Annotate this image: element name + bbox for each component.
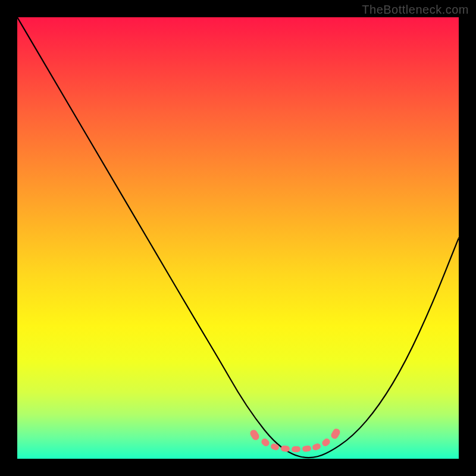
bottleneck-curve: [17, 17, 459, 459]
chart-plot-area: [17, 17, 459, 459]
valley-dash: [281, 445, 290, 452]
valley-dash: [292, 446, 300, 453]
watermark-text: TheBottleneck.com: [362, 3, 469, 17]
